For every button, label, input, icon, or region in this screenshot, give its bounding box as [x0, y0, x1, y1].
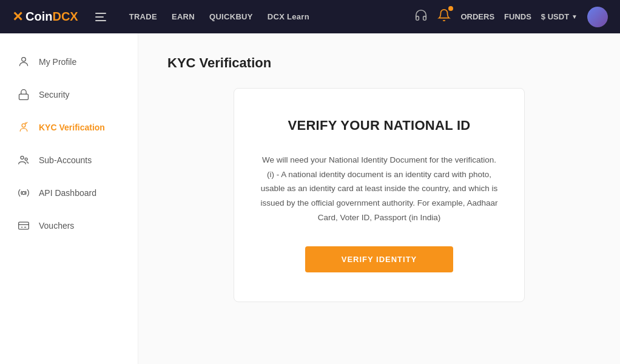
subaccount-icon: [17, 153, 30, 167]
svg-point-2: [22, 124, 25, 127]
kyc-card-desc: We will need your National Identity Docu…: [258, 153, 500, 224]
kyc-card-title: VERIFY YOUR NATIONAL ID: [258, 118, 500, 133]
sidebar-item-sub-accounts[interactable]: Sub-Accounts: [0, 144, 138, 177]
svg-point-3: [21, 156, 24, 159]
usdt-btn[interactable]: $ USDT ▼: [541, 12, 578, 21]
logo-icon: ✕: [12, 9, 23, 25]
nav-dcxlearn[interactable]: DCX Learn: [268, 12, 309, 21]
user-icon: [17, 55, 30, 69]
sidebar-label-kyc: KYC Verification: [39, 123, 105, 132]
sidebar: My Profile Security KYC Verification: [0, 33, 138, 364]
orders-btn[interactable]: ORDERS: [460, 12, 494, 21]
bell-badge: [448, 6, 453, 11]
logo[interactable]: ✕ CoinDCX: [12, 9, 78, 25]
avatar-img: [587, 7, 608, 27]
avatar[interactable]: [587, 7, 608, 27]
hamburger-icon[interactable]: [95, 13, 106, 21]
kyc-card: VERIFY YOUR NATIONAL ID We will need you…: [234, 88, 525, 302]
sidebar-item-vouchers[interactable]: Vouchers: [0, 209, 138, 242]
sidebar-label-vouchers: Vouchers: [39, 221, 74, 231]
verify-identity-button[interactable]: VERIFY IDENTITY: [305, 246, 454, 272]
funds-btn[interactable]: FUNDS: [504, 12, 531, 21]
svg-point-4: [25, 158, 27, 160]
sidebar-item-kyc[interactable]: KYC Verification: [0, 111, 138, 144]
api-icon: [17, 186, 30, 200]
header: ✕ CoinDCX TRADE EARN QUICKBUY DCX Learn: [0, 0, 620, 33]
header-right: ORDERS FUNDS $ USDT ▼: [414, 7, 608, 27]
lock-icon: [17, 88, 30, 101]
page-title: KYC Verification: [167, 55, 591, 71]
sidebar-label-my-profile: My Profile: [39, 57, 76, 67]
bell-icon: [437, 12, 451, 24]
sidebar-label-security: Security: [39, 90, 70, 99]
usdt-label: $ USDT: [541, 12, 569, 21]
main-layout: My Profile Security KYC Verification: [0, 33, 620, 364]
kyc-icon: [17, 121, 30, 134]
support-icon[interactable]: [414, 8, 428, 25]
nav-menu: TRADE EARN QUICKBUY DCX Learn: [129, 12, 309, 21]
voucher-icon: [17, 219, 30, 232]
svg-point-5: [22, 192, 25, 195]
svg-rect-1: [19, 94, 29, 99]
sidebar-item-api-dashboard[interactable]: API Dashboard: [0, 177, 138, 209]
sidebar-item-security[interactable]: Security: [0, 78, 138, 111]
nav-trade[interactable]: TRADE: [129, 12, 157, 21]
sidebar-item-my-profile[interactable]: My Profile: [0, 46, 138, 78]
bell-container[interactable]: [437, 8, 451, 25]
svg-rect-6: [19, 222, 29, 229]
sidebar-label-api-dashboard: API Dashboard: [39, 188, 96, 198]
logo-text: CoinDCX: [25, 10, 78, 24]
chevron-down-icon: ▼: [571, 13, 578, 20]
svg-point-0: [22, 58, 26, 62]
nav-quickbuy[interactable]: QUICKBUY: [209, 12, 253, 21]
nav-earn[interactable]: EARN: [172, 12, 195, 21]
sidebar-label-sub-accounts: Sub-Accounts: [39, 155, 92, 165]
main-content: KYC Verification VERIFY YOUR NATIONAL ID…: [138, 33, 620, 364]
